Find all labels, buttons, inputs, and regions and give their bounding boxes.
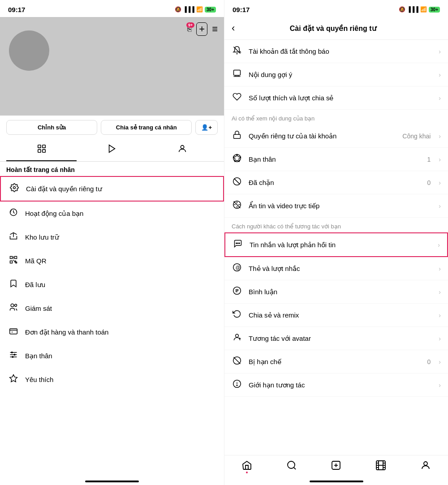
suggested-content-icon [232,69,242,80]
settings-item-limit-interaction[interactable]: Giới hạn tương tác › [224,373,448,397]
qr-icon [8,255,19,266]
tab-grid[interactable] [6,139,77,161]
menu-item-activity[interactable]: Hoạt động của bạn [0,202,224,225]
chevron-icon: › [439,202,441,210]
likes-shares-icon [232,92,242,103]
settings-item-tags[interactable]: @ Thẻ và lượt nhắc › [224,257,448,280]
restricted-label: Bị hạn chế [249,358,421,366]
suggested-content-label: Nội dung gợi ý [249,71,432,79]
settings-item-likes-shares[interactable]: Số lượt thích và lượt chia sẻ › [224,86,448,110]
svg-point-16 [11,304,14,307]
blocked-value: 0 [427,179,431,186]
menu-item-archive[interactable]: Kho lưu trữ [0,225,224,249]
menu-item-settings[interactable]: Cài đặt và quyền riêng tư [0,176,224,202]
nav-profile[interactable] [420,460,431,471]
right-mute-icon: 🔕 [399,6,405,13]
back-button[interactable]: ‹ [232,22,235,34]
svg-point-17 [15,304,17,306]
battery-badge: 30+ [205,7,216,13]
settings-item-privacy[interactable]: Quyền riêng tư của tài khoản Công khai › [224,124,448,148]
chevron-icon: › [439,288,441,296]
right-status-icons: 🔕 ▐▐▐ 📶 30+ [399,6,440,13]
add-person-button[interactable]: 👤+ [195,120,218,135]
chevron-icon: › [438,241,440,249]
saved-icon [8,279,19,290]
chevron-icon: › [439,312,441,319]
threads-icon-wrap[interactable]: ⎘ 9+ [187,25,192,33]
left-status-bar: 09:17 🔕 ▐▐▐ 📶 30+ [0,0,224,17]
header-icons: ⎘ 9+ + ≡ [187,22,218,36]
privacy-value: Công khai [402,133,431,140]
nav-home[interactable] [241,460,252,471]
menu-item-favorites[interactable]: Yêu thích [0,368,224,391]
comments-icon [232,286,242,297]
nav-add[interactable] [331,460,341,471]
nav-reels[interactable] [375,460,386,471]
settings-item-comments[interactable]: Bình luận › [224,280,448,304]
notifications-off-icon [232,46,242,57]
chevron-icon: › [439,358,441,365]
svg-rect-10 [15,257,17,259]
right-status-bar: 09:17 🔕 ▐▐▐ 📶 30+ [224,0,448,17]
chevron-icon: › [439,94,441,102]
svg-rect-3 [42,150,45,152]
settings-item-restricted[interactable]: Bị hạn chế 0 › [224,350,448,373]
svg-point-66 [424,462,427,465]
menu-item-close-friends[interactable]: Bạn thân [0,344,224,368]
settings-item-notifications-off[interactable]: Tài khoản đã tắt thông báo › [224,40,448,63]
svg-text:@: @ [236,265,240,270]
add-icon[interactable]: + [196,22,207,36]
menu-item-orders[interactable]: Đơn đặt hàng và thanh toán [0,320,224,344]
right-battery-badge: 30+ [429,7,440,13]
home-indicator-right [310,481,363,482]
section-interactions: Cách người khác có thể tương tác với bạn [224,218,448,232]
comments-label: Bình luận [249,288,432,296]
settings-item-avatar-interaction[interactable]: Tương tác với avatar › [224,327,448,350]
svg-rect-0 [38,145,40,148]
avatar [9,30,49,71]
close-friends-icon [8,350,19,361]
notifications-off-label: Tài khoản đã tắt thông báo [249,47,432,56]
menu-icon[interactable]: ≡ [212,23,218,35]
profile-actions: Chỉnh sửa Chia sẻ trang cá nhân 👤+ [0,116,224,139]
menu-item-supervision[interactable]: Giám sát [0,296,224,320]
orders-label: Đơn đặt hàng và thanh toán [25,328,216,336]
settings-item-messages[interactable]: Tin nhắn và lượt phản hồi tin › [224,232,448,257]
svg-line-49 [234,357,241,364]
chevron-icon: › [439,335,441,342]
menu-item-qr[interactable]: Mã QR [0,249,224,273]
settings-item-blocked[interactable]: Đã chặn 0 › [224,171,448,194]
svg-rect-31 [234,134,241,138]
svg-rect-1 [42,145,45,148]
home-dot [246,472,248,473]
settings-icon [9,183,20,194]
settings-item-suggested-content[interactable]: Nội dung gợi ý › [224,63,448,86]
chevron-icon: › [439,265,441,272]
favorites-label: Yêu thích [25,376,216,383]
archive-icon [8,232,19,243]
menu-item-saved[interactable]: Đã lưu [0,273,224,296]
tab-reels[interactable] [77,139,147,161]
left-menu: Cài đặt và quyền riêng tư Hoạt động của … [0,176,224,477]
tab-tagged[interactable] [147,139,218,161]
hide-stories-icon [232,200,242,211]
settings-item-close-friends[interactable]: Bạn thân 1 › [224,148,448,171]
edit-profile-button[interactable]: Chỉnh sửa [6,120,97,135]
avatar-interaction-icon [232,333,242,344]
settings-item-share-remix[interactable]: Chia sẻ và remix › [224,304,448,327]
chevron-icon: › [439,179,441,186]
settings-item-hide-stories[interactable]: Ẩn tin và video trực tiếp › [224,194,448,218]
nav-search[interactable] [286,460,297,471]
qr-label: Mã QR [25,257,216,265]
share-profile-button[interactable]: Chia sẻ trang cá nhân [101,120,192,135]
archive-label: Kho lưu trữ [25,233,216,241]
profile-area: ⎘ 9+ + ≡ [0,17,224,116]
svg-marker-27 [10,375,17,382]
chevron-icon: › [439,156,441,163]
restricted-icon [232,356,242,367]
settings-list: Tài khoản đã tắt thông báo › Nội dung gợ… [224,40,448,455]
profile-tabs [0,139,224,162]
svg-rect-29 [234,70,241,76]
signal-icon: ▐▐▐ [183,6,195,13]
svg-point-26 [12,356,13,358]
